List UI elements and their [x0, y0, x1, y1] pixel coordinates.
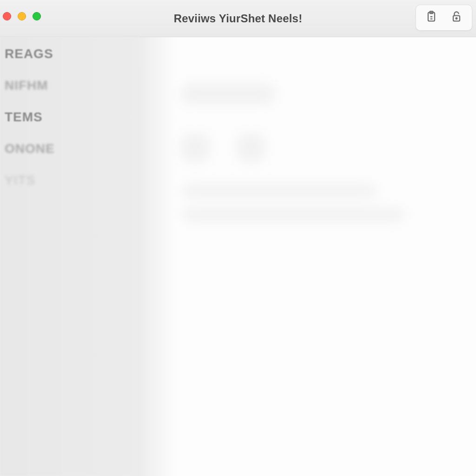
sidebar: REAGS NIFHM TEMS ONONE YITS	[0, 37, 139, 476]
sidebar-item-label: ONONE	[5, 141, 55, 156]
window-title: Reviiws YiurShet Neels!	[0, 12, 476, 25]
window-body: REAGS NIFHM TEMS ONONE YITS	[0, 37, 476, 476]
sidebar-item-label: YITS	[5, 173, 35, 187]
traffic-lights	[0, 12, 41, 20]
sidebar-item-yits[interactable]: YITS	[5, 173, 135, 188]
minimize-button[interactable]	[18, 12, 26, 20]
sidebar-item-nifhm[interactable]: NIFHM	[5, 78, 135, 93]
sidebar-item-onone[interactable]: ONONE	[5, 141, 135, 156]
main-content	[139, 37, 476, 476]
close-button[interactable]	[3, 12, 11, 20]
titlebar: Reviiws YiurShet Neels!	[0, 0, 476, 37]
lock-button[interactable]	[449, 10, 464, 26]
sidebar-item-label: TEMS	[5, 110, 43, 124]
sidebar-item-label: REAGS	[5, 46, 53, 61]
maximize-button[interactable]	[33, 12, 41, 20]
svg-point-3	[456, 18, 457, 19]
content-placeholder	[181, 84, 439, 260]
sidebar-item-reags[interactable]: REAGS	[5, 46, 135, 61]
sidebar-item-tems[interactable]: TEMS	[5, 110, 135, 125]
sidebar-item-label: NIFHM	[5, 78, 48, 93]
clipboard-button[interactable]	[423, 10, 439, 26]
app-window: Reviiws YiurShet Neels! REAGS NIFHM TEMS…	[0, 0, 476, 476]
clipboard-icon	[425, 10, 438, 25]
toolbar	[416, 5, 472, 31]
lock-icon	[450, 10, 463, 25]
